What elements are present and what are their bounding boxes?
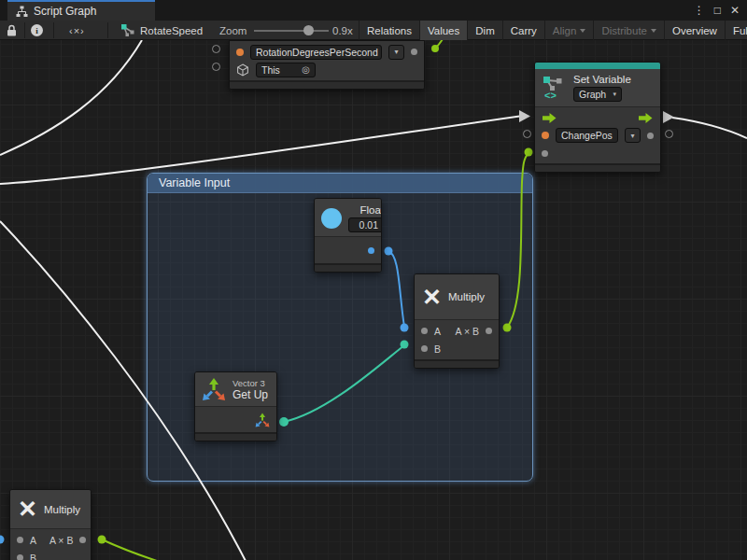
lock-icon bbox=[7, 24, 17, 36]
node-footer bbox=[535, 163, 660, 172]
wire-white-to-setvariable[interactable] bbox=[0, 116, 523, 184]
graph-icon bbox=[16, 6, 28, 18]
toolbar-button-overview[interactable]: Overview bbox=[664, 21, 725, 40]
port-ring[interactable] bbox=[212, 63, 220, 71]
breadcrumb[interactable]: RotateSpeed bbox=[121, 21, 203, 40]
tab-bar: Script Graph ⋮ □ ✕ bbox=[0, 0, 747, 21]
toolbar-button-fullscreen[interactable]: Full Screen bbox=[725, 21, 747, 40]
node-footer bbox=[195, 432, 276, 441]
control-out-port[interactable] bbox=[638, 113, 654, 123]
toolbar-button-distribute[interactable]: Distribute bbox=[593, 21, 664, 40]
chevron-down-icon bbox=[580, 29, 585, 33]
zoom-value: 0.9x bbox=[332, 21, 353, 40]
window-menu-icon[interactable]: ⋮ bbox=[694, 4, 705, 17]
multiply-icon: ✕ bbox=[18, 497, 37, 521]
wire-white-out-right[interactable] bbox=[672, 118, 747, 138]
graph-node-icon bbox=[121, 24, 134, 37]
multiply-node[interactable]: ✕ Multiply A A × B B bbox=[414, 273, 500, 369]
float-icon bbox=[321, 208, 342, 229]
toolbar-button-relations[interactable]: Relations bbox=[359, 21, 419, 40]
cube-icon bbox=[236, 63, 249, 77]
float-value-field[interactable]: 0.01 bbox=[348, 217, 382, 232]
variable-name-field[interactable]: RotationDegreesPerSecond bbox=[250, 45, 382, 60]
code-view-button[interactable]: ‹×› bbox=[69, 21, 85, 40]
node-footer bbox=[415, 359, 499, 368]
breadcrumb-label: RotateSpeed bbox=[140, 25, 203, 36]
variable-name-field[interactable]: ChangePos bbox=[556, 128, 618, 143]
object-picker-icon[interactable]: ◎ bbox=[302, 63, 310, 77]
port-result[interactable] bbox=[79, 537, 86, 543]
set-variable-node[interactable]: <> Set Variable Graph ▾ bbox=[534, 62, 661, 173]
port-ring[interactable] bbox=[665, 130, 673, 138]
wire-white-upper-left[interactable] bbox=[0, 40, 142, 155]
window-maximize-icon[interactable]: □ bbox=[714, 4, 721, 17]
port-a[interactable] bbox=[421, 328, 428, 334]
get-up-node[interactable]: Vector 3 Get Up bbox=[194, 371, 277, 441]
input-port[interactable] bbox=[542, 150, 548, 157]
set-variable-icon: <> bbox=[543, 76, 567, 100]
node-title: Set Variable bbox=[573, 74, 631, 85]
target-field[interactable]: This ◎ bbox=[256, 63, 316, 77]
scope-dropdown[interactable]: Graph ▾ bbox=[573, 87, 622, 102]
control-in-arrow[interactable] bbox=[519, 110, 530, 122]
port-a[interactable] bbox=[17, 537, 23, 543]
window-close-icon[interactable]: ✕ bbox=[730, 4, 740, 17]
zoom-slider[interactable] bbox=[254, 30, 329, 32]
tab-title: Script Graph bbox=[34, 5, 96, 18]
port-result[interactable] bbox=[486, 328, 492, 334]
multiply-node-bottom[interactable]: ✕ Multiply A A × B B bbox=[9, 489, 92, 560]
node-title: Float bbox=[348, 204, 382, 216]
value-port[interactable] bbox=[236, 49, 244, 56]
script-graph-window: Variable Input bbox=[0, 0, 747, 560]
zoom-label: Zoom bbox=[219, 21, 247, 40]
variable-dropdown-button[interactable]: ▾ bbox=[625, 128, 641, 143]
variable-dropdown-button[interactable]: ▾ bbox=[388, 45, 404, 60]
wire-green-bottom-multiply[interactable] bbox=[102, 539, 157, 560]
toolbar-button-carry[interactable]: Carry bbox=[502, 21, 544, 40]
graph-toolbar: i ‹×› RotateSpeed Zoom 0.9x Relations Va… bbox=[0, 21, 747, 40]
node-footer bbox=[315, 263, 381, 272]
lock-button[interactable] bbox=[7, 21, 17, 40]
wire-teal-getup-to-multiply[interactable] bbox=[284, 345, 404, 422]
zoom-slider-handle[interactable] bbox=[303, 25, 314, 35]
port-b[interactable] bbox=[17, 554, 23, 560]
get-variable-node[interactable]: RotationDegreesPerSecond ▾ This ◎ bbox=[229, 40, 425, 90]
code-view-icon: ‹×› bbox=[69, 25, 85, 36]
toolbar-button-align[interactable]: Align bbox=[544, 21, 594, 40]
chevron-down-icon bbox=[651, 29, 656, 33]
control-out-arrow[interactable] bbox=[663, 111, 674, 123]
chevron-down-icon: ▾ bbox=[613, 88, 616, 101]
float-literal-node[interactable]: Float 0.01 bbox=[314, 198, 382, 273]
node-footer bbox=[230, 80, 424, 89]
wire-green-multiply-to-setvariable[interactable] bbox=[507, 153, 529, 328]
svg-text:<>: <> bbox=[544, 90, 557, 100]
toolbar-button-dim[interactable]: Dim bbox=[467, 21, 501, 40]
toolbar-button-values[interactable]: Values bbox=[419, 21, 467, 40]
wire-blue-float-to-multiply[interactable] bbox=[388, 251, 404, 327]
output-port[interactable] bbox=[411, 49, 417, 55]
vector3-out-port[interactable] bbox=[255, 413, 270, 427]
value-in-port[interactable] bbox=[542, 132, 549, 139]
info-button[interactable]: i bbox=[31, 21, 43, 40]
multiply-icon: ✕ bbox=[422, 286, 442, 309]
port-ring[interactable] bbox=[523, 130, 531, 138]
info-icon: i bbox=[31, 24, 43, 36]
port-ring[interactable] bbox=[212, 45, 220, 53]
tab-script-graph[interactable]: Script Graph bbox=[7, 0, 155, 21]
port-b[interactable] bbox=[421, 345, 428, 352]
value-out-port[interactable] bbox=[368, 247, 374, 254]
vector3-icon bbox=[202, 377, 226, 401]
control-in-port[interactable] bbox=[542, 113, 557, 123]
value-out-port[interactable] bbox=[647, 133, 654, 139]
node-color-strip bbox=[535, 63, 660, 69]
